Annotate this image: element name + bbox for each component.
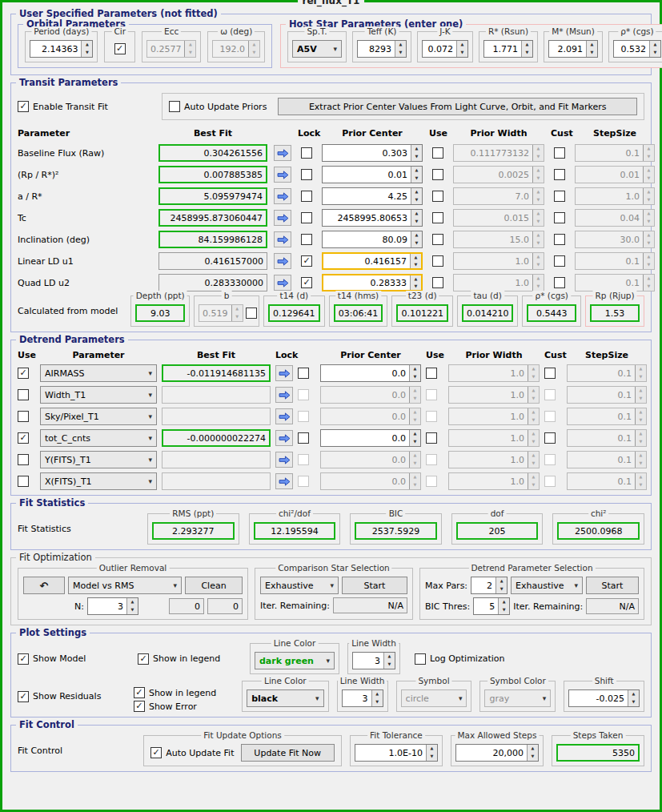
show-error[interactable]: ✓Show Error	[134, 701, 234, 712]
lock-checkbox[interactable]: ✓	[301, 277, 312, 288]
jk-input[interactable]: 0.072	[422, 40, 468, 58]
cust-checkbox[interactable]	[554, 191, 565, 202]
cust-checkbox[interactable]	[554, 147, 565, 159]
log-optimization-checkbox[interactable]	[415, 653, 426, 665]
cust-checkbox[interactable]	[554, 277, 565, 288]
use-checkbox[interactable]	[432, 212, 443, 223]
lock-checkbox[interactable]	[301, 147, 312, 159]
model-show-in-legend[interactable]: ✓Show in legend	[138, 653, 242, 665]
rstar-spinner[interactable]	[521, 41, 532, 57]
fit-tolerance-input[interactable]: 1.0E-10	[355, 744, 438, 762]
model-line-color-dropdown[interactable]: dark green	[255, 652, 335, 669]
auto-update-priors[interactable]: Auto Update Priors	[169, 101, 267, 112]
use2-checkbox[interactable]	[426, 368, 437, 379]
teff-spinner[interactable]	[395, 41, 406, 57]
enable-transit-fit[interactable]: ✓Enable Transit Fit	[18, 101, 154, 112]
residuals-line-color-dropdown[interactable]: black	[247, 689, 323, 707]
mstar-spinner[interactable]	[586, 41, 597, 57]
use-checkbox[interactable]	[432, 191, 443, 202]
detrend-sel-method-dropdown[interactable]: Exhaustive	[511, 577, 583, 594]
mstar-input[interactable]: 2.091	[548, 40, 598, 58]
spinner[interactable]	[126, 598, 138, 614]
spinner[interactable]	[411, 210, 422, 226]
cust-checkbox[interactable]	[544, 432, 556, 444]
prior-center-input[interactable]: 0.28333	[322, 274, 423, 291]
comparison-method-dropdown[interactable]: Exhaustive	[260, 577, 339, 594]
prior-center-input[interactable]: 80.09	[322, 231, 423, 248]
lock-checkbox[interactable]	[298, 432, 309, 444]
undo-outlier-button[interactable]	[23, 577, 65, 594]
cust-checkbox[interactable]	[554, 169, 565, 180]
lock-checkbox[interactable]	[301, 191, 312, 202]
spinner[interactable]	[371, 690, 383, 706]
enable-transit-fit-checkbox[interactable]: ✓	[18, 101, 29, 112]
model-line-width-input[interactable]: 3	[352, 652, 395, 669]
lock-checkbox[interactable]: ✓	[301, 255, 312, 267]
max-steps-input[interactable]: 20,000	[455, 744, 539, 762]
transfer-arrow-button[interactable]	[274, 275, 291, 291]
cust-checkbox[interactable]	[554, 255, 565, 267]
spinner[interactable]	[410, 275, 421, 290]
cust-checkbox[interactable]	[554, 234, 565, 245]
spinner[interactable]	[426, 745, 437, 761]
use-checkbox[interactable]: ✓	[18, 432, 29, 444]
spinner[interactable]	[628, 690, 639, 706]
detrend-sel-start-button[interactable]: Start	[586, 577, 639, 594]
show-model[interactable]: ✓Show Model	[18, 653, 130, 665]
lock-checkbox[interactable]	[301, 234, 312, 245]
period-input[interactable]: 2.14363	[30, 40, 93, 58]
detrend-param-dropdown[interactable]: Width_T1	[40, 386, 157, 404]
jk-spinner[interactable]	[456, 41, 467, 57]
show-residuals[interactable]: ✓Show Residuals	[18, 691, 126, 702]
spinner[interactable]	[410, 254, 421, 268]
spinner[interactable]	[498, 598, 509, 614]
lock-checkbox[interactable]	[301, 212, 312, 223]
spinner[interactable]	[411, 188, 422, 204]
use-checkbox[interactable]	[432, 147, 443, 159]
detrend-param-dropdown[interactable]: AIRMASS	[40, 364, 157, 382]
residuals-legend-checkbox[interactable]: ✓	[134, 687, 145, 698]
show-model-checkbox[interactable]: ✓	[18, 653, 29, 665]
spinner[interactable]	[495, 577, 507, 593]
use-checkbox[interactable]	[18, 476, 29, 487]
prior-center-input[interactable]: 0.303	[322, 144, 423, 162]
detrend-param-dropdown[interactable]: Y(FITS)_T1	[40, 451, 157, 468]
spinner[interactable]	[409, 365, 420, 381]
residuals-line-width-input[interactable]: 3	[342, 689, 383, 707]
transfer-arrow-button[interactable]	[274, 210, 291, 226]
prior-center-input[interactable]: 0.0	[320, 429, 421, 447]
clean-button[interactable]: Clean	[185, 577, 243, 594]
prior-center-input[interactable]: 4.25	[322, 187, 423, 205]
spinner[interactable]	[383, 653, 395, 669]
auto-update-priors-checkbox[interactable]	[169, 101, 180, 112]
spinner[interactable]	[411, 145, 422, 161]
comparison-start-button[interactable]: Start	[342, 577, 407, 594]
shift-input[interactable]: -0.025	[568, 689, 640, 707]
detrend-param-dropdown[interactable]: Sky/Pixel_T1	[40, 408, 157, 425]
transfer-arrow-button[interactable]	[275, 365, 293, 381]
spinner[interactable]	[411, 231, 422, 247]
use-checkbox[interactable]	[432, 234, 443, 245]
use-checkbox[interactable]	[432, 277, 443, 288]
b-checkbox[interactable]	[246, 308, 257, 319]
cir-checkbox[interactable]: ✓	[114, 43, 126, 54]
transfer-arrow-button[interactable]	[275, 430, 293, 446]
bic-thres-input[interactable]: 5	[473, 597, 510, 615]
cust-checkbox[interactable]	[544, 368, 556, 379]
use-checkbox[interactable]	[18, 411, 29, 422]
transfer-arrow-button[interactable]	[275, 408, 293, 424]
detrend-param-dropdown[interactable]: X(FITS)_T1	[40, 472, 157, 490]
model-legend-checkbox[interactable]: ✓	[138, 653, 149, 665]
extract-prior-center-button[interactable]: Extract Prior Center Values From Light C…	[278, 98, 637, 115]
cust-checkbox[interactable]	[554, 212, 565, 223]
use-checkbox[interactable]: ✓	[18, 368, 29, 379]
rho-spinner[interactable]	[649, 41, 660, 57]
update-fit-now-button[interactable]: Update Fit Now	[241, 744, 335, 762]
rstar-input[interactable]: 1.771	[483, 40, 533, 58]
period-spinner[interactable]	[81, 41, 92, 57]
transfer-arrow-button[interactable]	[274, 188, 291, 204]
lock-checkbox[interactable]	[301, 169, 312, 180]
use-checkbox[interactable]	[432, 169, 443, 180]
prior-center-input[interactable]: 0.0	[320, 364, 421, 382]
auto-update-fit[interactable]: ✓Auto Update Fit	[150, 747, 234, 758]
